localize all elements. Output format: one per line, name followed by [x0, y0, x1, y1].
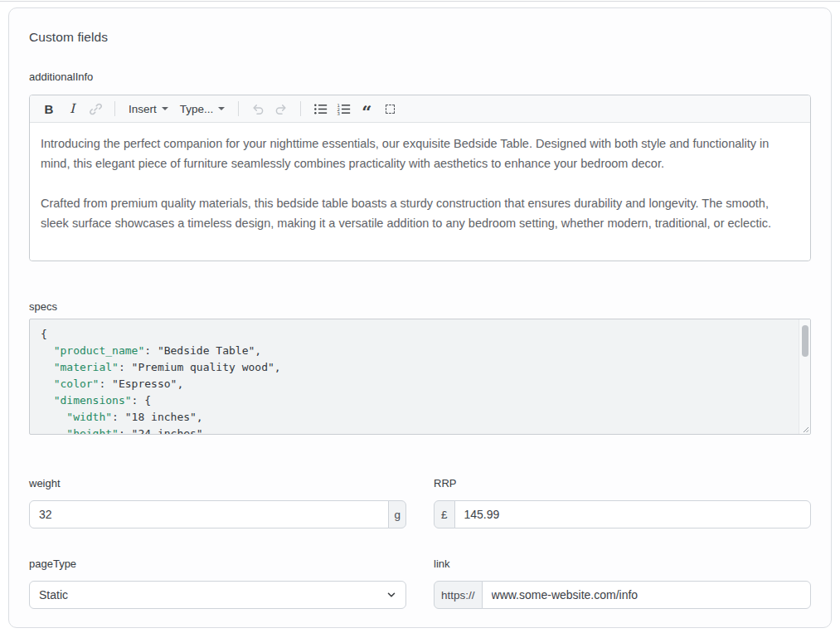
resize-grip-icon[interactable] — [799, 423, 809, 433]
weight-label: weight — [29, 476, 406, 491]
additional-info-label: additionalInfo — [29, 70, 811, 85]
toolbar-divider — [238, 101, 239, 116]
insert-menu-button[interactable]: Insert — [124, 98, 173, 119]
bullet-list-icon — [313, 102, 328, 116]
rte-content[interactable]: Introducing the perfect companion for yo… — [30, 123, 810, 261]
rte-paragraph: Crafted from premium quality materials, … — [41, 193, 799, 233]
rrp-field: RRP £ — [434, 476, 811, 528]
specs-textarea[interactable]: { "product_name": "Bedside Table", "mate… — [29, 319, 811, 435]
specs-code: { "product_name": "Bedside Table", "mate… — [30, 319, 810, 435]
rte-paragraph: Introducing the perfect companion for yo… — [41, 134, 799, 173]
custom-fields-card: Custom fields additionalInfo B I — [8, 7, 832, 628]
section-title: Custom fields — [29, 30, 811, 45]
rrp-input[interactable] — [454, 500, 811, 528]
toolbar-divider — [114, 101, 115, 116]
blockquote-icon: “ — [362, 108, 371, 116]
specs-scrollbar[interactable] — [799, 319, 810, 434]
page-type-label: pageType — [29, 557, 406, 572]
chevron-down-icon — [162, 107, 168, 110]
weight-field: weight g — [29, 476, 406, 528]
type-menu-button[interactable]: Type... — [175, 98, 231, 119]
type-menu-label: Type... — [180, 103, 214, 115]
svg-text:3: 3 — [337, 110, 339, 115]
dashed-square-icon — [386, 105, 395, 114]
toolbar-divider — [300, 101, 301, 116]
link-field: link https:// — [434, 557, 811, 609]
redo-button[interactable] — [270, 98, 292, 119]
page-type-field: pageType Static — [29, 557, 406, 609]
undo-button[interactable] — [247, 98, 269, 119]
blockquote-button[interactable]: “ — [356, 98, 377, 119]
link-icon — [89, 102, 103, 116]
weight-unit-addon: g — [388, 500, 406, 528]
page-type-select[interactable]: Static — [29, 581, 406, 609]
pagetype-link-row: pageType Static link https:// — [29, 557, 811, 609]
link-input[interactable] — [482, 581, 811, 609]
bold-button[interactable]: B — [38, 98, 60, 119]
insert-menu-label: Insert — [129, 103, 157, 115]
numbered-list-button[interactable]: 1 2 3 — [333, 98, 354, 119]
additional-info-field: additionalInfo B I Insert — [29, 70, 811, 261]
undo-icon — [250, 102, 265, 115]
numbered-list-icon: 1 2 3 — [337, 102, 351, 116]
protocol-addon: https:// — [434, 581, 483, 609]
redo-icon — [274, 102, 289, 115]
specs-field: specs { "product_name": "Bedside Table",… — [29, 300, 811, 435]
rte-toolbar: B I Insert Typ — [30, 95, 810, 123]
weight-input[interactable] — [29, 500, 389, 528]
rich-text-editor: B I Insert Typ — [29, 95, 811, 261]
container-block-button[interactable] — [379, 98, 401, 119]
italic-button[interactable]: I — [61, 98, 83, 119]
scrollbar-thumb[interactable] — [802, 325, 808, 357]
link-label: link — [434, 557, 811, 572]
bullet-list-button[interactable] — [309, 98, 331, 119]
specs-label: specs — [29, 300, 811, 314]
rrp-label: RRP — [434, 476, 811, 491]
chevron-down-icon — [218, 107, 225, 110]
top-divider — [0, 1, 840, 2]
currency-addon: £ — [434, 500, 455, 528]
link-button[interactable] — [85, 98, 106, 119]
weight-rrp-row: weight g RRP £ — [29, 476, 811, 528]
